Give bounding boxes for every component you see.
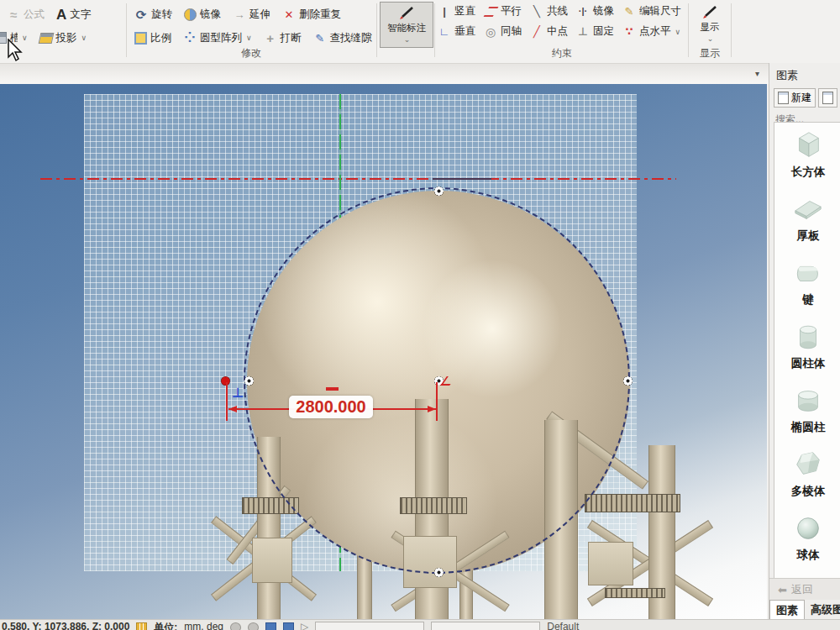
status-tool-icon[interactable] <box>265 622 276 630</box>
ribbon-separator <box>434 3 435 57</box>
clipped-tool-button[interactable] <box>818 88 837 108</box>
modify-group-label: 修改 <box>128 46 375 60</box>
profile-label[interactable]: Default <box>547 621 579 630</box>
dimension-extension-line <box>436 382 438 421</box>
display-icon <box>701 5 718 20</box>
fixed-constraint-button[interactable]: 固定 <box>576 24 614 39</box>
extend-button[interactable]: 延伸 <box>233 8 270 22</box>
mouse-cursor <box>7 39 24 62</box>
status-bar: 0.580, Y: 1073.886, Z: 0.000 单位: mm, deg… <box>0 619 840 630</box>
flange-coupling <box>585 494 680 512</box>
scale-button[interactable]: 比例 <box>134 31 171 45</box>
drawing-canvas[interactable]: 2800.000 ⊥ <box>0 84 767 619</box>
ribbon-group-constraints: 竖直 垂直 平行 同轴 <box>438 0 686 63</box>
perpendicular-constraint-button[interactable]: 垂直 <box>438 24 475 39</box>
dimension-minus-mark <box>326 387 339 391</box>
circle-bottom-point[interactable] <box>434 568 444 577</box>
edit-dimension-icon <box>622 5 636 18</box>
shape-item-cuboid[interactable]: 长方体 <box>774 123 840 186</box>
circular-array-button[interactable]: 圆型阵列 ∨ <box>183 31 252 45</box>
reference-axis-horizontal <box>40 178 676 180</box>
coaxial-constraint-icon <box>484 25 497 39</box>
shape-item-ellipse-cylinder[interactable]: 椭圆柱 <box>774 378 840 442</box>
break-button[interactable]: 打断 <box>264 31 302 45</box>
vertical-constraint-button[interactable]: 竖直 <box>438 4 475 18</box>
polyhedron-icon <box>792 449 824 480</box>
back-arrow-icon: ⬅ <box>778 584 787 596</box>
pointer-mode-icon[interactable]: ▷ <box>301 621 308 630</box>
plate-icon <box>792 193 824 225</box>
unit-value: mm, deg <box>184 621 223 630</box>
constraints-group-label: 约束 <box>438 46 686 60</box>
rotate-button[interactable]: 旋转 <box>134 8 172 22</box>
support-joint <box>588 542 633 585</box>
point-horizontal-button[interactable]: 点水平 ∨ <box>622 24 681 39</box>
mirror-icon <box>184 8 197 21</box>
panel-title: 图素 <box>769 63 840 87</box>
collinear-constraint-button[interactable]: 共线 <box>530 4 568 18</box>
shape-item-cylinder[interactable]: 圆柱体 <box>774 314 840 378</box>
back-button[interactable]: ⬅ 返回 <box>769 578 840 600</box>
status-tool-icon[interactable] <box>283 622 294 630</box>
rotate-icon <box>134 8 148 21</box>
extend-icon <box>233 8 246 21</box>
chevron-down-icon: ∨ <box>246 34 252 42</box>
delete-duplicates-button[interactable]: 删除重复 <box>282 8 341 22</box>
document-icon <box>822 92 833 104</box>
mirror-button[interactable]: 镜像 <box>184 8 221 22</box>
slot-icon <box>0 32 7 44</box>
find-gap-button[interactable]: 查找缝隙 <box>313 31 372 45</box>
shape-item-key[interactable]: 键 <box>774 250 840 314</box>
coaxial-constraint-button[interactable]: 同轴 <box>484 24 522 39</box>
shape-item-sphere[interactable]: 球体 <box>774 506 840 570</box>
midpoint-constraint-button[interactable]: 中点 <box>530 24 568 39</box>
edit-dimension-button[interactable]: 编辑尺寸 <box>622 4 681 18</box>
text-button[interactable]: A 文字 <box>56 8 91 22</box>
chevron-down-icon: ∨ <box>675 28 681 36</box>
dimension-extension-line <box>226 382 228 421</box>
circle-left-point[interactable] <box>244 376 254 386</box>
cuboid-icon <box>792 129 824 161</box>
status-tool-icon[interactable] <box>230 622 241 630</box>
status-tool-icon[interactable] <box>248 622 259 630</box>
projection-icon <box>38 33 54 44</box>
tab-primitives[interactable]: 图素 <box>769 600 805 621</box>
perpendicular-constraint-icon <box>438 25 451 39</box>
display-group-label: 显示 <box>690 46 729 60</box>
primitives-panel: 图素 新建 长方体 <box>769 63 840 619</box>
shape-item-plate[interactable]: 厚板 <box>774 186 840 250</box>
mirror-constraint-button[interactable]: 镜像 <box>576 4 614 18</box>
parallel-constraint-button[interactable]: 平行 <box>484 4 522 18</box>
smart-dimension-button[interactable]: 智能标注 ⌄ <box>380 2 433 48</box>
text-a-icon: A <box>56 8 66 21</box>
circular-array-icon <box>183 31 197 45</box>
ribbon-separator <box>731 3 732 57</box>
ribbon-separator <box>126 3 127 57</box>
cylinder-icon <box>792 321 824 353</box>
ribbon-toolbar: 公式 A 文字 槽 ∨ 投影 ∨ <box>0 0 840 64</box>
collinear-constraint-icon <box>530 5 543 18</box>
display-button[interactable]: 显示 ⌄ <box>687 2 732 46</box>
filter-dropdown[interactable] <box>431 622 540 630</box>
dimension-value-label[interactable]: 2800.000 <box>289 396 373 418</box>
ribbon-group-display: 显示 ⌄ 显示 <box>690 0 729 63</box>
app-window: 公式 A 文字 槽 ∨ 投影 ∨ <box>0 0 840 630</box>
dimension-arrow-right <box>428 406 436 412</box>
ribbon-separator <box>376 3 377 57</box>
fixed-constraint-icon <box>576 25 590 39</box>
snap-dropdown[interactable] <box>315 622 424 630</box>
formula-button[interactable]: 公式 <box>7 8 45 22</box>
panel-collapse-chevron[interactable]: ▾ <box>755 69 759 78</box>
ribbon-group-modify: 旋转 镜像 延伸 删除重复 比例 <box>128 0 375 63</box>
new-button[interactable]: 新建 <box>774 88 816 108</box>
tab-advanced-primitives[interactable]: 高级图素 <box>805 600 840 621</box>
shape-item-polyhedron[interactable]: 多棱体 <box>774 442 840 506</box>
ellipse-cylinder-icon <box>792 385 824 417</box>
key-icon <box>792 257 824 289</box>
projection-button[interactable]: 投影 ∨ <box>39 31 87 45</box>
chevron-down-icon: ⌄ <box>404 35 411 44</box>
circle-top-point[interactable] <box>434 186 444 196</box>
coordinates-readout: 0.580, Y: 1073.886, Z: 0.000 <box>2 621 129 630</box>
units-icon <box>136 622 147 630</box>
circle-right-point[interactable] <box>623 376 633 386</box>
